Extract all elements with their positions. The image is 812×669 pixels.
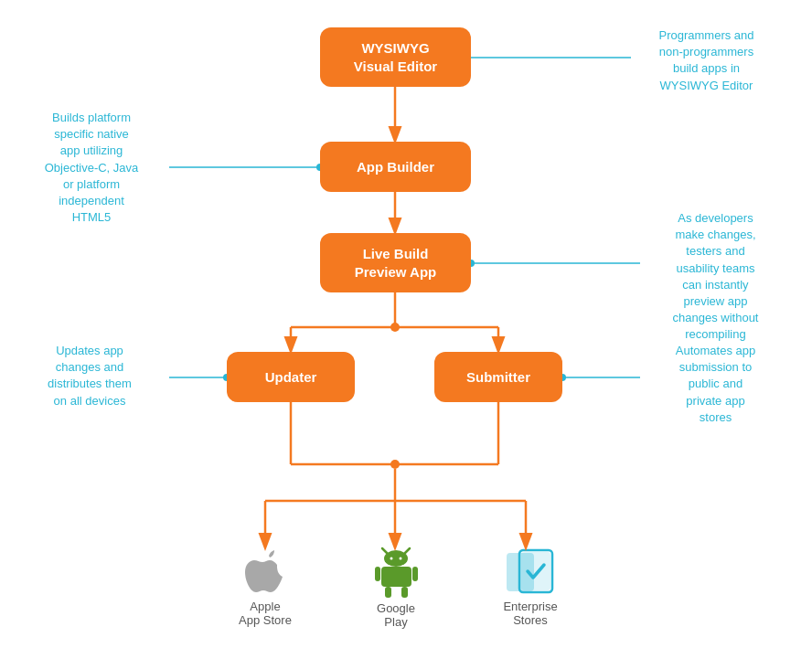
svg-point-11 bbox=[390, 460, 400, 469]
livebuild-annotation: As developersmake changes,testers andusa… bbox=[640, 210, 791, 344]
svg-line-28 bbox=[382, 548, 387, 553]
svg-point-26 bbox=[390, 323, 400, 332]
svg-rect-32 bbox=[381, 567, 411, 587]
svg-point-30 bbox=[390, 558, 392, 560]
svg-rect-39 bbox=[521, 552, 550, 590]
submitter-annotation: Automates appsubmission topublic andpriv… bbox=[640, 343, 791, 426]
updater-box: Updater bbox=[227, 352, 355, 402]
svg-line-29 bbox=[405, 548, 410, 553]
svg-rect-34 bbox=[412, 567, 418, 581]
android-icon bbox=[371, 547, 422, 601]
apple-icon bbox=[242, 547, 288, 600]
enterprise-icon bbox=[503, 547, 558, 600]
wysiwyg-annotation: Programmers andnon-programmersbuild apps… bbox=[631, 27, 782, 94]
updater-annotation: Updates appchanges anddistributes themon… bbox=[16, 343, 163, 409]
google-play-store: GooglePlay bbox=[364, 547, 428, 629]
google-play-label: GooglePlay bbox=[377, 601, 415, 629]
enterprise-store-label: EnterpriseStores bbox=[503, 600, 557, 627]
apple-store: AppleApp Store bbox=[233, 547, 297, 627]
apple-store-label: AppleApp Store bbox=[239, 600, 292, 627]
submitter-box: Submitter bbox=[434, 352, 562, 402]
svg-point-31 bbox=[399, 558, 401, 560]
svg-rect-33 bbox=[375, 567, 380, 581]
svg-rect-36 bbox=[401, 587, 408, 598]
svg-rect-35 bbox=[385, 587, 391, 598]
live-build-box: Live BuildPreview App bbox=[320, 233, 471, 292]
diagram-container: WYSIWYGVisual Editor App Builder Live Bu… bbox=[0, 0, 812, 669]
appbuilder-annotation: Builds platformspecific nativeapp utiliz… bbox=[18, 110, 165, 226]
enterprise-store: EnterpriseStores bbox=[494, 547, 567, 627]
app-builder-box: App Builder bbox=[320, 142, 471, 192]
wysiwyg-box: WYSIWYGVisual Editor bbox=[320, 27, 471, 87]
